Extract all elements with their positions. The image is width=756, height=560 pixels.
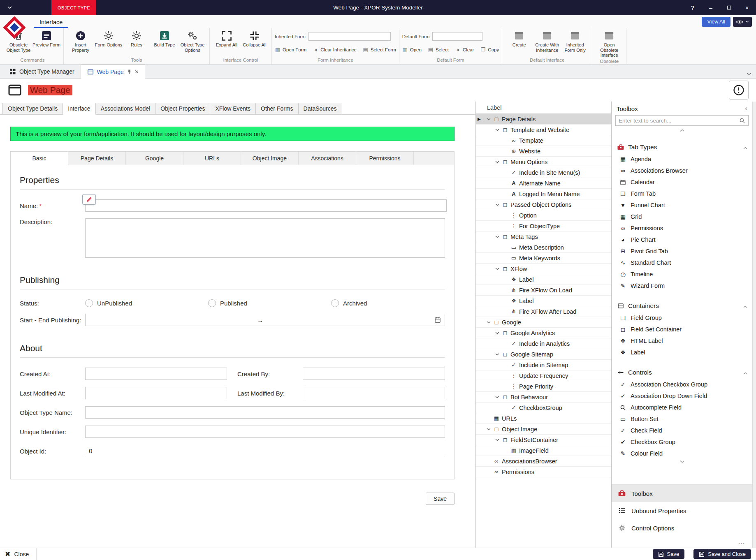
tree-row-meta-tags[interactable]: ◻Meta Tags (476, 231, 611, 242)
toolbox-item-wizard-form[interactable]: ✎Wizard Form (612, 280, 752, 292)
toolbox-item-autocomplete-field[interactable]: Autocomplete Field (612, 402, 752, 413)
tree-row-bot-behaviour[interactable]: ◻Bot Behaviour (476, 392, 611, 403)
toolbox-item-checkbox-group[interactable]: ✔Checkbox Group (612, 436, 752, 448)
ribbon-button-preview-form[interactable]: Preview Form (32, 29, 60, 57)
tree-row-label[interactable]: ❖Label (476, 296, 611, 306)
validation-alert-button[interactable] (729, 81, 749, 100)
chevron-down-icon[interactable] (494, 268, 501, 270)
tree-row-checkboxgroup[interactable]: ✓CheckboxGroup (476, 403, 611, 413)
toolbox-item-button-set[interactable]: ▭Button Set (612, 413, 752, 425)
quick-access-dropdown-icon[interactable] (0, 6, 19, 9)
ribbon-button-select-form[interactable]: ▤Select Form (363, 47, 396, 52)
tree-row-passed-object-options[interactable]: ◻Passed Object Options (476, 199, 611, 210)
panel-switcher-toolbox[interactable]: Toolbox (612, 485, 752, 502)
toolbox-section-header-containers[interactable]: Containers (612, 300, 752, 312)
pin-icon[interactable] (127, 69, 132, 74)
tab-object-properties[interactable]: Object Properties (155, 103, 210, 114)
ribbon-button-object-type-options[interactable]: Object Type Options (179, 29, 206, 57)
view-all-button[interactable]: View All (702, 17, 730, 27)
tree-row-object-image[interactable]: ◻Object Image (476, 424, 611, 435)
tree-row-update-frequency[interactable]: ⋮Update Frequency (476, 370, 611, 381)
ribbon-button-collapse-all[interactable]: Collapse All (241, 29, 269, 57)
save-button[interactable]: Save (426, 493, 455, 505)
ribbon-button-build-type[interactable]: Build Type (151, 29, 179, 57)
tree-row-include-in-analytics[interactable]: ✓Include in Analytics (476, 338, 611, 349)
toolbox-item-label[interactable]: ❖Label (612, 347, 752, 358)
ribbon-button-create[interactable]: Create (505, 29, 533, 57)
preview-tab-basic[interactable]: Basic (11, 152, 68, 165)
ribbon-button-insert-property[interactable]: Insert Property (67, 29, 95, 57)
document-tab-object-type-manager[interactable]: Object Type Manager (3, 65, 81, 78)
preview-tab-permissions[interactable]: Permissions (356, 152, 414, 165)
name-input[interactable] (85, 199, 447, 212)
tree-row-meta-description[interactable]: ▭Meta Description (476, 242, 611, 253)
tree-row-logged-in-menu-name[interactable]: ALogged In Menu Name (476, 189, 611, 199)
minimize-button[interactable]: – (702, 0, 720, 15)
tree-row-page-details[interactable]: ▶◻Page Details (476, 114, 611, 125)
tree-row-imagefield[interactable]: ▨ImageField (476, 445, 611, 456)
end-date-input[interactable] (267, 317, 431, 324)
tab-xflow-events[interactable]: XFlow Events (210, 103, 256, 114)
toolbox-item-html-label[interactable]: ❖HTML Label (612, 335, 752, 347)
unique-identifier-input[interactable] (85, 426, 445, 438)
tree-row-google-analytics[interactable]: ◻Google Analytics (476, 328, 611, 338)
tree-row-menu-options[interactable]: ◻Menu Options (476, 157, 611, 167)
default-form-input[interactable] (432, 32, 482, 41)
tree-row-fieldsetcontainer[interactable]: ◻FieldSetContainer (476, 435, 611, 445)
radio-published[interactable]: Published (208, 299, 331, 307)
tab-object-type-details[interactable]: Object Type Details (2, 103, 63, 114)
toolbox-item-timeline[interactable]: ◷Timeline (612, 268, 752, 280)
tree-row-template-and-website[interactable]: ◻Template and Website (476, 125, 611, 135)
last-modified-by-input[interactable] (303, 387, 445, 399)
ribbon-tab-interface[interactable]: Interface (34, 17, 68, 28)
tree-row-page-priority[interactable]: ⋮Page Priority (476, 381, 611, 392)
tab-interface[interactable]: Interface (63, 103, 95, 115)
toolbox-item-funnel-chart[interactable]: ▼Funnel Chart (612, 199, 752, 211)
toolbox-search[interactable] (615, 115, 749, 126)
tree-row-include-in-site-menu-s[interactable]: ✓Include in Site Menu(s) (476, 167, 611, 178)
chevron-up-icon[interactable] (743, 369, 747, 376)
panel-switcher-unbound-properties[interactable]: Unbound Properties (612, 502, 752, 519)
tab-datasources[interactable]: DataSources (299, 103, 342, 114)
toolbox-search-input[interactable] (619, 118, 739, 124)
ribbon-button-open-form[interactable]: ▥Open Form (275, 47, 306, 52)
tab-other-forms[interactable]: Other Forms (256, 103, 299, 114)
toolbox-item-form-tab[interactable]: ❏Form Tab (612, 188, 752, 199)
edit-name-button[interactable] (82, 194, 96, 205)
toolbox-item-permissions[interactable]: ∞Permissions (612, 222, 752, 234)
chevron-left-icon[interactable]: ‹ (745, 104, 747, 113)
chevron-down-icon[interactable] (494, 439, 501, 441)
preview-tab-associations[interactable]: Associations (299, 152, 356, 165)
doc-tabs-dropdown-icon[interactable] (747, 69, 751, 77)
panel-switcher-control-options[interactable]: Control Options (612, 519, 752, 537)
toolbox-item-standard-chart[interactable]: ∿Standard Chart (612, 257, 752, 268)
tree-row-template[interactable]: ∞Template (476, 135, 611, 146)
maximize-button[interactable] (720, 0, 738, 15)
ribbon-button-form-options[interactable]: Form Options (95, 29, 123, 57)
chevron-up-icon[interactable] (743, 143, 747, 151)
ribbon-button-clear-inheritance[interactable]: ◂Clear Inheritance (313, 47, 357, 52)
ribbon-button-create-with-inheritance[interactable]: Create With Inheritance (533, 29, 561, 57)
ribbon-button-open-obsolete-interface[interactable]: Open Obsolete Interface (595, 29, 623, 58)
toolbox-item-field-set-container[interactable]: ◻Field Set Container (612, 324, 752, 335)
overflow-dots[interactable]: … (612, 537, 752, 548)
preview-tab-page-details[interactable]: Page Details (68, 152, 126, 165)
radio-circle-icon[interactable] (85, 299, 93, 307)
radio-circle-icon[interactable] (331, 299, 339, 307)
created-by-input[interactable] (303, 368, 445, 380)
chevron-down-icon[interactable] (494, 396, 501, 398)
chevron-down-icon[interactable] (494, 353, 501, 356)
preview-eye-button[interactable] (733, 17, 752, 27)
tree-row-urls[interactable]: ▦URLs (476, 413, 611, 424)
scroll-down-indicator[interactable] (612, 459, 752, 464)
radio-unpublished[interactable]: UnPublished (85, 299, 208, 307)
toolbox-item-association-drop-down-field[interactable]: ✓Association Drop Down Field (612, 390, 752, 402)
toolbox-item-association-checkbox-group[interactable]: ✓Association Checkbox Group (612, 379, 752, 390)
tree-column-header[interactable]: Label (476, 102, 611, 114)
tree-row-option[interactable]: ⋮Option (476, 210, 611, 221)
toolbox-section-header-tab-types[interactable]: Tab Types (612, 141, 752, 153)
toolbox-item-associations-browser[interactable]: ∞Associations Browser (612, 165, 752, 176)
toolbox-item-check-field[interactable]: ✓Check Field (612, 425, 752, 436)
tree-row-for-objecttype[interactable]: ⋮For ObjectType (476, 221, 611, 231)
description-input[interactable] (85, 218, 445, 258)
